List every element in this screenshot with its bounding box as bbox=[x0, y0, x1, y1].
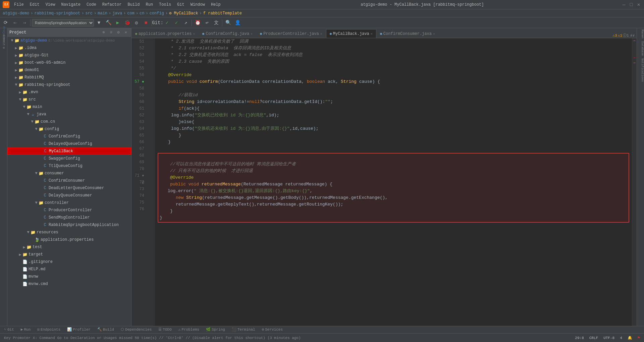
tab-producercontroller[interactable]: ProducerController.java ✕ bbox=[256, 29, 326, 38]
menu-window[interactable]: Window bbox=[188, 2, 208, 8]
tab-git[interactable]: ⑂ Git bbox=[1, 327, 17, 333]
tree-help[interactable]: ▶ 📄 HELP.md bbox=[7, 266, 131, 273]
toolbar-stop[interactable]: ■ bbox=[142, 18, 150, 27]
tree-appprops[interactable]: ▶ 🍃 application.properties bbox=[7, 236, 131, 243]
toolbar-git-check[interactable]: ✓ bbox=[163, 18, 171, 27]
tab-run[interactable]: ▶ Run bbox=[18, 327, 33, 333]
menu-navigate[interactable]: Navigate bbox=[58, 2, 83, 8]
menu-tools[interactable]: Tools bbox=[156, 2, 174, 8]
tree-delayedqueue[interactable]: ▶ C DelayedQueueConfig bbox=[7, 140, 131, 148]
toolbar-git[interactable]: Git: bbox=[153, 18, 162, 27]
tree-ttlqueue[interactable]: ▶ C TtlQueueConfig bbox=[7, 162, 131, 170]
tab-close-producer[interactable]: ✕ bbox=[320, 32, 322, 36]
toolbar-make[interactable]: 🔨 bbox=[104, 18, 113, 27]
bc-module[interactable]: rabbitmq-springboot bbox=[34, 11, 80, 16]
toolbar-time[interactable]: ⏰ bbox=[193, 18, 202, 27]
toolbar-run[interactable]: ▶ bbox=[113, 18, 122, 27]
menu-git[interactable]: Git bbox=[174, 2, 187, 8]
encoding[interactable]: UTF-8 bbox=[602, 334, 616, 342]
tab-endpoints[interactable]: ⊡ Endpoints bbox=[35, 327, 63, 333]
maximize-button[interactable]: □ bbox=[629, 2, 634, 7]
toolbar-sync[interactable]: ⟳ bbox=[1, 18, 10, 27]
tree-mvnwcmd[interactable]: ▶ 📄 mvnw.cmd bbox=[7, 280, 131, 288]
tree-config[interactable]: ▼ 📁 config bbox=[7, 125, 131, 133]
tab-close-confirmconsumer[interactable]: ✕ bbox=[433, 32, 435, 36]
menu-build[interactable]: Build bbox=[125, 2, 142, 8]
run-config-selector[interactable]: RabbitmqSpringbootApplication bbox=[32, 19, 94, 26]
tab-close-confirmconfig[interactable]: ✕ bbox=[251, 32, 253, 36]
tree-swaggerconfig[interactable]: ▶ C SwaggerConfig bbox=[7, 155, 131, 162]
tree-confirmconfig[interactable]: ▶ C ConfirmConfig bbox=[7, 133, 131, 140]
tree-rabbitmq[interactable]: ▶ 📁 RabbitMQ bbox=[7, 74, 131, 81]
bc-mycallback[interactable]: ⚙ MyCallBack bbox=[169, 11, 198, 16]
toolbar-run-config-expand[interactable]: ▼ bbox=[95, 18, 103, 27]
menu-view[interactable]: View bbox=[43, 2, 58, 8]
tab-application-properties[interactable]: application.properties ✕ bbox=[131, 29, 199, 38]
bc-java[interactable]: java bbox=[112, 11, 122, 16]
scroll-up-btn[interactable]: ∧ bbox=[630, 33, 633, 38]
tree-consumer[interactable]: ▼ 📁 consumer bbox=[7, 170, 131, 177]
toolbar-back[interactable]: ← bbox=[11, 18, 19, 27]
indent-size[interactable]: 4 bbox=[619, 334, 624, 342]
tab-build[interactable]: 🔨 Build bbox=[95, 327, 117, 333]
toolbar-coverage[interactable]: ◎ bbox=[132, 18, 141, 27]
bc-project[interactable]: atgigu-demo bbox=[3, 11, 29, 16]
tree-main[interactable]: ▼ 📁 main bbox=[7, 103, 131, 111]
scroll-down-btn[interactable]: ∨ bbox=[632, 33, 635, 38]
tree-boot-web[interactable]: ▶ 📁 boot-web-05-admin bbox=[7, 59, 131, 66]
tree-rabbitmq-sb[interactable]: ▼ 📁 rabbitmq-springboot bbox=[7, 81, 131, 89]
cursor-position[interactable]: 29:8 bbox=[574, 334, 585, 342]
line-ending[interactable]: CRLF bbox=[588, 334, 599, 342]
toolbar-user[interactable]: 👤 bbox=[233, 18, 242, 27]
bc-main[interactable]: main bbox=[98, 11, 107, 16]
toolbar-translate[interactable]: 文 bbox=[212, 18, 221, 27]
tree-target[interactable]: ▶ 📁 target bbox=[7, 251, 131, 258]
menu-help[interactable]: Help bbox=[208, 2, 223, 8]
notification-text[interactable]: Key Promoter X: Command Go to Declaratio… bbox=[3, 334, 302, 342]
tree-deadletter[interactable]: ▶ C DeadLetterQueueConsumer bbox=[7, 184, 131, 192]
tree-delayqueue[interactable]: ▶ C DelayQueueConsumer bbox=[7, 192, 131, 199]
menu-code[interactable]: Code bbox=[84, 2, 99, 8]
tree-atgigu-git[interactable]: ▶ 📁 atgigu-Git bbox=[7, 52, 131, 59]
maven-icon[interactable]: Maven bbox=[637, 30, 644, 39]
toolbar-undo[interactable]: ↩ bbox=[203, 18, 211, 27]
tab-confirmconsumer[interactable]: ConfirmConsumer.java ✕ bbox=[376, 29, 439, 38]
toolbar-forward[interactable]: → bbox=[20, 18, 29, 27]
project-collapse[interactable]: ≡ bbox=[108, 29, 114, 36]
tree-sendmsg[interactable]: ▶ C SendMsgController bbox=[7, 214, 131, 221]
tree-mvnw[interactable]: ▶ 📄 mvnw bbox=[7, 273, 131, 280]
tree-resources[interactable]: ▼ 📁 resources bbox=[7, 229, 131, 236]
tree-root[interactable]: ▼ 📁 atgigu-demo E:\idea-workspace\atguig… bbox=[7, 37, 131, 44]
tree-mvn[interactable]: ▶ 📁 .mvn bbox=[7, 89, 131, 96]
menu-edit[interactable]: Edit bbox=[27, 2, 42, 8]
tree-gitignore[interactable]: ▶ 📄 .gitignore bbox=[7, 258, 131, 266]
tab-close-mycallback[interactable]: ✕ bbox=[371, 32, 373, 36]
tab-confirmconfig[interactable]: ConfirmConfig.java ✕ bbox=[199, 29, 256, 38]
toolbar-git-arrow[interactable]: ↗ bbox=[181, 18, 190, 27]
menu-refactor[interactable]: Refactor bbox=[100, 2, 124, 8]
tree-controller[interactable]: ▼ 📁 controller bbox=[7, 199, 131, 207]
code-content[interactable]: * 2.发消息 交换机接收失败了 回调 * 2.1 correlationDat… bbox=[155, 38, 632, 326]
tree-producerctrl[interactable]: ▶ C ProducerController bbox=[7, 207, 131, 214]
project-locate[interactable]: ⊕ bbox=[100, 29, 107, 36]
notification-bell[interactable]: 🔔 bbox=[626, 334, 634, 342]
project-settings[interactable]: ⚙ bbox=[115, 29, 122, 36]
plugins-icon[interactable]: ⚙ bbox=[0, 44, 7, 51]
tab-spring[interactable]: 🌿 Spring bbox=[203, 327, 228, 333]
bc-rabbittemplate[interactable]: f rabbitTemplate bbox=[203, 11, 242, 16]
tree-comcn[interactable]: ▼ 📁 com.cn bbox=[7, 118, 131, 125]
bc-src[interactable]: src bbox=[85, 11, 93, 16]
tab-profiler[interactable]: 📊 Profiler bbox=[64, 327, 93, 333]
bc-cn[interactable]: cn bbox=[140, 11, 144, 16]
toolbar-search[interactable]: 🔍 bbox=[224, 18, 232, 27]
toolbar-debug[interactable]: 🐞 bbox=[123, 18, 131, 27]
tab-mycallback[interactable]: MyCallBack.java ✕ bbox=[326, 29, 376, 38]
tree-src[interactable]: ▼ 📁 src bbox=[7, 96, 131, 103]
tab-services[interactable]: ⚙ Services bbox=[259, 327, 285, 333]
project-close[interactable]: ✕ bbox=[122, 29, 129, 36]
database-icon[interactable]: Database bbox=[637, 41, 644, 56]
tab-dependencies[interactable]: ⬡ Dependencies bbox=[118, 327, 154, 333]
tree-java[interactable]: ▼ ☕ java bbox=[7, 111, 131, 118]
tab-problems[interactable]: ⚠ Problems bbox=[176, 327, 202, 333]
tree-confirmconsumer[interactable]: ▶ C ConfirmConsumer bbox=[7, 177, 131, 184]
